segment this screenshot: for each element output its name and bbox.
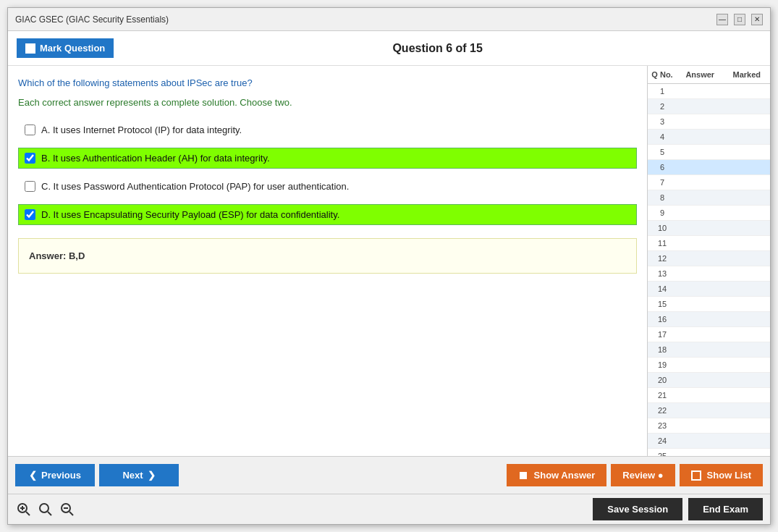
zoom-out-button[interactable] <box>59 501 76 518</box>
sidebar-row-num: 6 <box>648 161 677 173</box>
show-list-button[interactable]: Show List <box>680 464 763 486</box>
sidebar-row[interactable]: 20 <box>648 373 770 388</box>
sidebar-row[interactable]: 15 <box>648 297 770 312</box>
footer-bottom: Save Session End Exam <box>8 494 770 524</box>
sidebar-row-answer <box>677 313 724 325</box>
restore-button[interactable]: □ <box>734 14 745 25</box>
checkbox-d[interactable] <box>25 209 35 220</box>
sidebar-row[interactable]: 24 <box>648 434 770 449</box>
sidebar-row[interactable]: 2 <box>648 99 770 114</box>
sidebar-row[interactable]: 13 <box>648 266 770 282</box>
app-window: GIAC GSEC (GIAC Security Essentials) — □… <box>7 7 771 525</box>
show-answer-button[interactable]: Show Answer <box>507 464 607 486</box>
sidebar-row-marked <box>724 253 771 264</box>
zoom-in-icon <box>17 502 31 517</box>
sidebar-row[interactable]: 7 <box>648 175 770 190</box>
sidebar-row[interactable]: 14 <box>648 282 770 297</box>
sidebar-row[interactable]: 1 <box>648 84 770 99</box>
sidebar-row-num: 8 <box>648 192 677 203</box>
zoom-reset-button[interactable] <box>37 501 54 518</box>
checkbox-b[interactable] <box>25 153 35 164</box>
checkbox-a[interactable] <box>25 124 35 135</box>
next-chevron-icon: ❯ <box>148 470 156 481</box>
next-button[interactable]: Next ❯ <box>99 464 179 486</box>
option-d[interactable]: D. It uses Encapsulating Security Payloa… <box>18 204 637 225</box>
question-instruction: Each correct answer represents a complet… <box>18 97 637 108</box>
prev-chevron-icon: ❮ <box>29 470 37 481</box>
minimize-button[interactable]: — <box>716 14 728 25</box>
sidebar-row-marked <box>724 313 771 325</box>
close-button[interactable]: ✕ <box>751 14 763 25</box>
sidebar-row[interactable]: 11 <box>648 236 770 251</box>
sidebar-row-num: 16 <box>648 313 677 325</box>
sidebar-row[interactable]: 5 <box>648 145 770 160</box>
sidebar-row-num: 24 <box>648 435 677 447</box>
sidebar-row-marked <box>724 101 771 112</box>
sidebar-row-answer <box>677 435 724 447</box>
sidebar-row[interactable]: 22 <box>648 403 770 418</box>
sidebar-row-num: 10 <box>648 222 677 234</box>
sidebar-row-answer <box>677 298 724 310</box>
save-session-button[interactable]: Save Session <box>593 498 682 520</box>
option-b[interactable]: B. It uses Authentication Header (AH) fo… <box>18 148 637 169</box>
sidebar-row[interactable]: 25 <box>648 449 770 456</box>
sidebar-row-answer <box>677 85 724 97</box>
zoom-in-button[interactable] <box>15 501 33 518</box>
show-answer-label: Show Answer <box>534 470 596 481</box>
sidebar-row[interactable]: 23 <box>648 418 770 434</box>
sidebar-row[interactable]: 18 <box>648 342 770 358</box>
sidebar-row-answer <box>677 131 724 143</box>
mark-question-button[interactable]: Mark Question <box>17 38 114 58</box>
sidebar-header: Q No. Answer Marked <box>648 66 770 84</box>
review-label: Review <box>622 470 655 481</box>
window-title: GIAC GSEC (GIAC Security Essentials) <box>15 14 169 25</box>
sidebar-row[interactable]: 17 <box>648 327 770 342</box>
option-c-label: C. It uses Password Authentication Proto… <box>41 181 349 192</box>
sidebar-row-num: 18 <box>648 344 677 355</box>
sidebar-row-num: 14 <box>648 283 677 295</box>
sidebar-row[interactable]: 3 <box>648 114 770 130</box>
sidebar-row-marked <box>724 420 771 431</box>
end-exam-button[interactable]: End Exam <box>688 498 763 520</box>
option-b-label: B. It uses Authentication Header (AH) fo… <box>41 153 270 164</box>
sidebar-row-marked <box>724 237 771 249</box>
option-a[interactable]: A. It uses Internet Protocol (IP) for da… <box>18 119 637 140</box>
answer-label: Answer: B,D <box>29 250 85 261</box>
sidebar-row-answer <box>677 146 724 158</box>
sidebar-row[interactable]: 12 <box>648 251 770 266</box>
window-controls: — □ ✕ <box>716 14 763 25</box>
sidebar-row-answer <box>677 101 724 112</box>
previous-button[interactable]: ❮ Previous <box>15 464 95 486</box>
sidebar-row-marked <box>724 374 771 386</box>
sidebar-row[interactable]: 8 <box>648 190 770 206</box>
svg-point-4 <box>40 504 48 512</box>
review-button[interactable]: Review ● <box>611 464 675 486</box>
sidebar-row[interactable]: 21 <box>648 388 770 403</box>
sidebar-row-marked <box>724 85 771 97</box>
sidebar-row-marked <box>724 329 771 340</box>
sidebar-list[interactable]: 1234567891011121314151617181920212223242… <box>648 84 770 456</box>
sidebar-row[interactable]: 16 <box>648 312 770 327</box>
sidebar-row-answer <box>677 237 724 249</box>
sidebar-row-marked <box>724 131 771 143</box>
sidebar-row-marked <box>724 405 771 416</box>
footer-navigation: ❮ Previous Next ❯ Show Answer Review ● S… <box>8 456 770 494</box>
sidebar: Q No. Answer Marked 12345678910111213141… <box>647 66 770 456</box>
show-list-icon <box>691 470 701 481</box>
option-c[interactable]: C. It uses Password Authentication Proto… <box>18 176 637 197</box>
sidebar-row-answer <box>677 450 724 456</box>
zoom-out-icon <box>60 502 75 517</box>
sidebar-row[interactable]: 4 <box>648 130 770 145</box>
sidebar-row-num: 1 <box>648 85 677 97</box>
sidebar-row-num: 15 <box>648 298 677 310</box>
sidebar-row[interactable]: 6 <box>648 160 770 175</box>
sidebar-row[interactable]: 10 <box>648 221 770 236</box>
sidebar-row[interactable]: 19 <box>648 358 770 373</box>
sidebar-row[interactable]: 9 <box>648 206 770 221</box>
checkbox-c[interactable] <box>25 181 35 192</box>
sidebar-row-answer <box>677 374 724 386</box>
sidebar-row-marked <box>724 344 771 355</box>
title-bar: GIAC GSEC (GIAC Security Essentials) — □… <box>8 8 770 31</box>
sidebar-row-num: 4 <box>648 131 677 143</box>
sidebar-row-answer <box>677 177 724 188</box>
